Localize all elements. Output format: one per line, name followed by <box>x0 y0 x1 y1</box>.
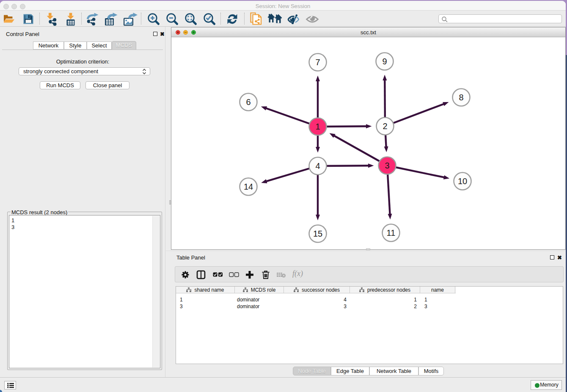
svg-text:15: 15 <box>313 229 322 238</box>
svg-text:10: 10 <box>458 177 467 186</box>
svg-text:7: 7 <box>315 58 320 67</box>
svg-text:3: 3 <box>385 161 389 170</box>
svg-text:11: 11 <box>387 228 396 237</box>
svg-text:8: 8 <box>459 93 463 102</box>
svg-text:9: 9 <box>382 57 387 66</box>
svg-text:14: 14 <box>244 182 253 191</box>
svg-text:4: 4 <box>315 161 320 171</box>
svg-text:2: 2 <box>383 121 387 131</box>
svg-text:1: 1 <box>315 122 320 131</box>
svg-text:6: 6 <box>246 97 250 107</box>
